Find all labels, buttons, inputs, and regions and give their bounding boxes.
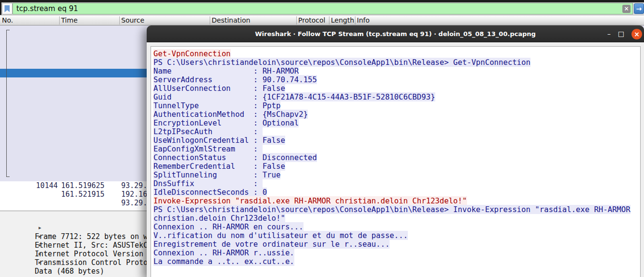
column-header-protocol[interactable]: Protocol (298, 16, 325, 24)
expand-arrow-icon[interactable]: ▸ (38, 258, 45, 267)
stream-line: RememberCredential : False (153, 162, 640, 171)
stream-line: Connexion .. RH-ARMOR en cours... (153, 223, 640, 231)
stream-line-text: DnsSuffix : (153, 179, 263, 188)
stream-line-text: Guid : {1CF21A78-4C15-44A3-B51F-52810C6C… (153, 92, 435, 101)
column-header-length[interactable]: Length (331, 16, 354, 24)
packet-time: 161.519625 (61, 181, 104, 190)
stream-line: Invoke-Expression "rasdial.exe RH-ARMOR … (153, 197, 640, 205)
window-controls: – □ × (607, 25, 642, 42)
column-separator[interactable] (355, 16, 355, 25)
stream-line: PS C:\Users\christiandeloin\source\repos… (153, 205, 640, 214)
stream-line: Get-VpnConnection (153, 50, 640, 58)
stream-line: Name : RH-ARMOR (153, 67, 640, 76)
column-header-source[interactable]: Source (121, 16, 144, 24)
packet-source: 93.29. (121, 181, 147, 190)
column-header-destination[interactable]: Destination (212, 16, 250, 24)
close-button[interactable]: × (631, 29, 642, 39)
stream-line-text: EapConfigXmlStream : (153, 144, 263, 153)
stream-line: V..rification du nom d'utilisateur et du… (153, 231, 640, 240)
display-filter-bar: tcp.stream eq 91 × → (0, 2, 644, 15)
stream-line-text: La commande a ..t.. ex..cut..e. (153, 257, 294, 266)
stream-content-area[interactable]: Get-VpnConnectionPS C:\Users\christiande… (151, 46, 641, 277)
stream-line-text: SplitTunneling : True (153, 170, 280, 179)
filter-apply-button[interactable]: → (634, 3, 644, 14)
stream-line: TunnelType : Pptp (153, 101, 640, 110)
stream-line: SplitTunneling : True (153, 171, 640, 179)
stream-line: christian.deloin Chr123delo!" (153, 214, 640, 223)
packet-source: 192.16 (121, 190, 147, 199)
filter-query-text: tcp.stream eq 91 (16, 4, 622, 13)
stream-line: L2tpIPsecAuth : (153, 127, 640, 136)
column-separator[interactable] (296, 16, 297, 25)
packet-list-header: No.TimeSourceDestinationProtocolLengthIn… (0, 15, 644, 25)
stream-line-text: Enregistrement de votre ordinateur sur l… (153, 239, 390, 249)
column-separator[interactable] (119, 16, 120, 25)
stream-line: Connexion .. RH-ARMOR r..ussie. (153, 249, 640, 257)
packet-source: 93.29. (121, 199, 147, 207)
follow-tcp-stream-dialog: Wireshark · Follow TCP Stream (tcp.strea… (147, 25, 644, 277)
stream-line-text: AllUserConnection : False (153, 84, 285, 93)
stream-line-text: Name : RH-ARMOR (153, 66, 299, 76)
stream-line: EapConfigXmlStream : (153, 145, 640, 153)
dialog-title: Wireshark · Follow TCP Stream (tcp.strea… (255, 30, 536, 38)
stream-line-text: V..rification du nom d'utilisateur et du… (153, 231, 408, 240)
stream-line: DnsSuffix : (153, 179, 640, 188)
stream-line-text: christian.deloin Chr123delo!" (153, 214, 285, 223)
stream-line-text: ConnectionStatus : Disconnected (153, 153, 317, 162)
wireshark-window: tcp.stream eq 91 × → No.TimeSourceDestin… (0, 0, 644, 277)
column-separator[interactable] (329, 16, 329, 25)
stream-line-text: Connexion .. RH-ARMOR r..ussie. (153, 248, 294, 257)
column-separator[interactable] (59, 16, 60, 25)
packet-time: 161.521915 (61, 190, 104, 199)
stream-line: La commande a ..t.. ex..cut..e. (153, 257, 640, 266)
stream-line-text: PS C:\Users\christiandeloin\source\repos… (153, 58, 530, 67)
dialog-titlebar[interactable]: Wireshark · Follow TCP Stream (tcp.strea… (147, 25, 644, 42)
maximize-button[interactable]: □ (618, 25, 624, 42)
column-header-time[interactable]: Time (61, 16, 77, 24)
packet-detail-text: Data (468 bytes) (35, 267, 104, 276)
column-header-info[interactable]: Info (357, 16, 370, 24)
stream-line: IdleDisconnectSeconds : 0 (153, 188, 640, 197)
stream-line: Guid : {1CF21A78-4C15-44A3-B51F-52810C6C… (153, 93, 640, 101)
stream-line-text: UseWinlogonCredential : False (153, 136, 285, 145)
packet-no: 10144 (0, 181, 58, 190)
stream-line-text: TunnelType : Pptp (153, 101, 280, 110)
stream-line-text: AuthenticationMethod : {MsChapv2} (153, 110, 308, 119)
stream-line-text: Connexion .. RH-ARMOR en cours... (153, 222, 303, 231)
stream-line: UseWinlogonCredential : False (153, 136, 640, 145)
stream-line-text: ServerAddress : 90.70.74.155 (153, 75, 317, 84)
stream-line-text: Get-VpnConnection (153, 49, 231, 58)
stream-line-text: IdleDisconnectSeconds : 0 (153, 188, 267, 197)
stream-line: PS C:\Users\christiandeloin\source\repos… (153, 58, 640, 67)
stream-line: EncryptionLevel : Optional (153, 119, 640, 127)
stream-line-text: EncryptionLevel : Optional (153, 118, 299, 127)
minimize-button[interactable]: – (607, 25, 611, 42)
column-header-no[interactable]: No. (2, 16, 13, 24)
stream-line-text: Invoke-Expression "rasdial.exe RH-ARMOR … (153, 196, 467, 205)
stream-line-text: PS C:\Users\christiandeloin\source\repos… (153, 205, 631, 214)
column-separator[interactable] (210, 16, 210, 25)
stream-line: AllUserConnection : False (153, 84, 640, 93)
stream-line-text: RememberCredential : False (153, 162, 285, 171)
stream-line: AuthenticationMethod : {MsChapv2} (153, 110, 640, 119)
stream-line: Enregistrement de votre ordinateur sur l… (153, 240, 640, 249)
filter-bookmark-button[interactable] (2, 3, 13, 14)
bookmark-icon (4, 5, 10, 13)
display-filter-input[interactable]: tcp.stream eq 91 × (13, 3, 633, 14)
filter-clear-icon[interactable]: × (622, 5, 631, 13)
stream-line: ServerAddress : 90.70.74.155 (153, 76, 640, 84)
stream-line: ConnectionStatus : Disconnected (153, 153, 640, 162)
stream-line-text: L2tpIPsecAuth : (153, 127, 263, 136)
